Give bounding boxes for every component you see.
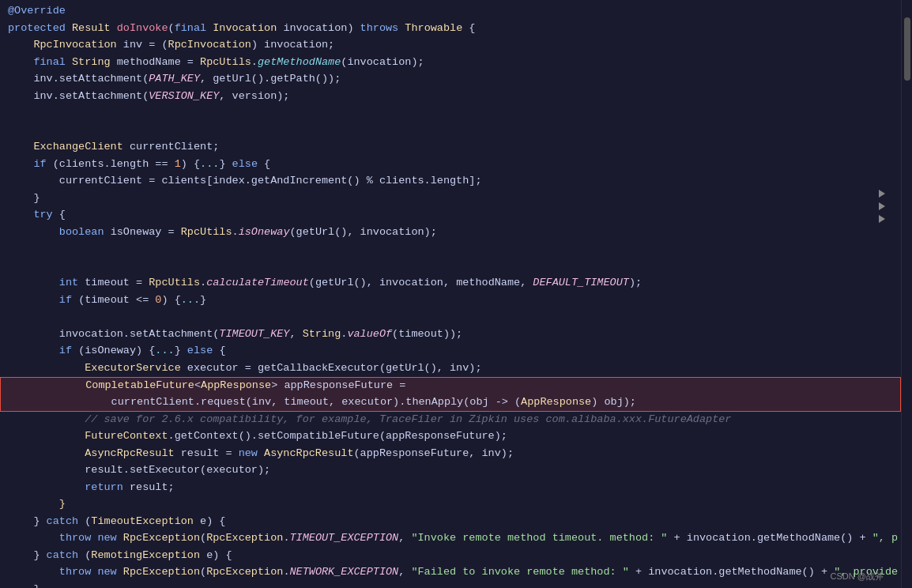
code-line-1: @Override — [0, 3, 901, 21]
code-line-5: inv.setAttachment(PATH_KEY, getUrl().get… — [0, 71, 901, 89]
collapse-arrows — [879, 190, 885, 223]
code-area[interactable]: @Override protected Result doInvoke(fina… — [0, 0, 901, 588]
arrow-icon-3[interactable] — [879, 215, 885, 223]
code-line-10: if (clients.length == 1) {...} else { — [0, 156, 901, 174]
scrollbar-thumb[interactable] — [904, 17, 910, 81]
code-line-20: invocation.setAttachment(TIMEOUT_KEY, St… — [0, 326, 901, 344]
code-line-30: } — [0, 496, 901, 514]
watermark: CSDN @战斧 — [831, 570, 884, 583]
code-line-17: int timeout = RpcUtils.calculateTimeout(… — [0, 275, 901, 292]
code-line-31: } catch (TimeoutException e) { — [0, 514, 901, 531]
code-line-4: final String methodName = RpcUtils.getMe… — [0, 55, 901, 72]
code-line-6: inv.setAttachment(VERSION_KEY, version); — [0, 89, 901, 106]
code-line-8 — [0, 122, 901, 140]
code-line-15 — [0, 241, 901, 258]
arrow-icon-1[interactable] — [879, 190, 885, 198]
code-line-9: ExchangeClient currentClient; — [0, 139, 901, 156]
code-line-7 — [0, 105, 901, 122]
code-line-16 — [0, 258, 901, 276]
code-line-25: // save for 2.6.x compatibility, for exa… — [0, 412, 901, 429]
code-line-2: protected Result doInvoke(final Invocati… — [0, 21, 901, 38]
code-line-22: ExecutorService executor = getCallbackEx… — [0, 360, 901, 378]
code-line-32: throw new RpcException(RpcException.TIME… — [0, 530, 901, 548]
code-line-26: FutureContext.getContext().setCompatible… — [0, 428, 901, 446]
code-line-13: try { — [0, 207, 901, 224]
code-line-3: RpcInvocation inv = (RpcInvocation) invo… — [0, 37, 901, 55]
vertical-scrollbar[interactable] — [901, 0, 912, 588]
code-line-33: } catch (RemotingException e) { — [0, 548, 901, 565]
code-line-18: if (timeout <= 0) {...} — [0, 292, 901, 310]
code-line-24: currentClient.request(inv, timeout, exec… — [0, 394, 901, 412]
code-line-12: } — [0, 190, 901, 208]
code-line-19 — [0, 309, 901, 326]
code-line-35: } — [0, 582, 901, 588]
code-line-14: boolean isOneway = RpcUtils.isOneway(get… — [0, 224, 901, 242]
code-line-23: CompletableFuture<AppResponse> appRespon… — [0, 377, 901, 394]
code-line-21: if (isOneway) {...} else { — [0, 343, 901, 360]
arrow-icon-2[interactable] — [879, 202, 885, 210]
editor-container: @Override protected Result doInvoke(fina… — [0, 0, 912, 588]
code-line-27: AsyncRpcResult result = new AsyncRpcResu… — [0, 446, 901, 463]
code-line-28: result.setExecutor(executor); — [0, 462, 901, 480]
code-line-11: currentClient = clients[index.getAndIncr… — [0, 173, 901, 190]
code-line-34: throw new RpcException(RpcException.NETW… — [0, 564, 901, 582]
code-line-29: return result; — [0, 480, 901, 497]
